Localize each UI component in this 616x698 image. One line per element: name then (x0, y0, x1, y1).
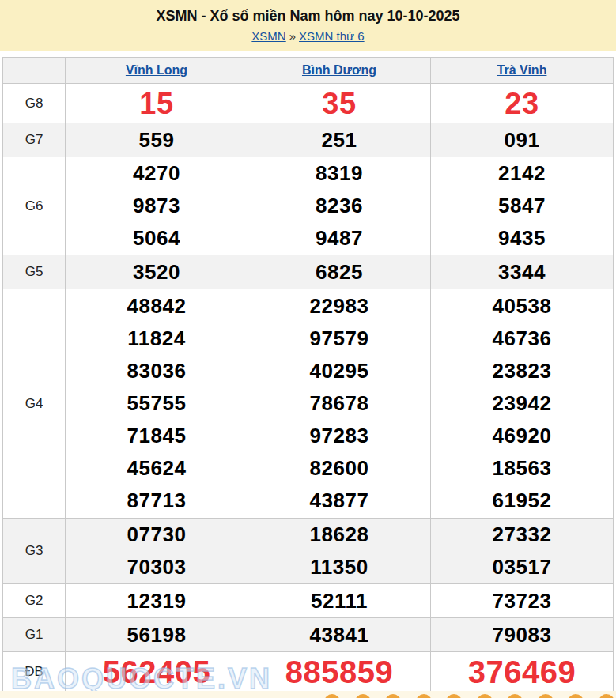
result-cell: 73723 (431, 584, 614, 618)
prize-number: 8319 (248, 157, 430, 190)
prize-number: 559 (66, 124, 248, 157)
prize-label-g2: G2 (3, 584, 66, 618)
result-cell: 559 (66, 123, 248, 157)
prize-number: 46920 (431, 420, 613, 452)
prize-number: 43841 (248, 619, 430, 651)
table-row-g3: G3 07730 70303 18628 11350 27332 03517 (3, 519, 614, 584)
prize-number: 70303 (66, 551, 248, 583)
prize-label-g7: G7 (3, 123, 66, 157)
prize-number: 23 (431, 85, 613, 123)
prize-number: 3344 (431, 256, 613, 289)
result-cell: 562405 (66, 652, 248, 692)
prize-number: 091 (431, 124, 613, 157)
table-row-g4: G4 48842 11824 83036 55755 71845 45624 8… (3, 289, 614, 519)
prize-label-g4: G4 (3, 289, 66, 519)
result-cell: 18628 11350 (248, 519, 431, 584)
lottery-ball-icon (568, 694, 584, 698)
lottery-ball-icon (324, 694, 340, 698)
prize-number: 18628 (248, 519, 430, 551)
prize-number: 9873 (66, 190, 248, 222)
table-row-db: ĐB 562405 885859 376469 (3, 652, 614, 692)
lottery-ball-icon (599, 694, 614, 698)
prize-number: 23942 (431, 387, 613, 420)
prize-number: 87713 (66, 485, 248, 517)
lottery-ball-icon (477, 694, 493, 698)
prize-number: 48842 (66, 290, 248, 323)
result-cell: 22983 97579 40295 78678 97283 82600 4387… (248, 289, 431, 519)
prize-number: 9487 (248, 222, 430, 255)
prize-number: 56198 (66, 619, 248, 651)
prize-number: 40295 (248, 355, 430, 387)
result-cell: 3520 (66, 255, 248, 289)
page-header: XSMN - Xổ số miền Nam hôm nay 10-10-2025… (0, 0, 616, 51)
prize-number: 22983 (248, 290, 430, 323)
result-cell: 48842 11824 83036 55755 71845 45624 8771… (66, 289, 248, 519)
result-cell: 2142 5847 9435 (431, 157, 614, 255)
table-row-g6: G6 4270 9873 5064 8319 8236 9487 2142 58… (3, 157, 614, 255)
prize-number: 71845 (66, 420, 248, 452)
prize-number: 83036 (66, 355, 248, 387)
prize-number: 40538 (431, 290, 613, 323)
prize-number: 2142 (431, 157, 613, 190)
province-link-tra-vinh[interactable]: Trà Vinh (497, 63, 547, 77)
prize-label-g6: G6 (3, 157, 66, 255)
page-title: XSMN - Xổ số miền Nam hôm nay 10-10-2025 (0, 7, 616, 25)
prize-number: 11350 (248, 551, 430, 583)
corner-cell (3, 58, 66, 84)
result-cell: 52111 (248, 584, 431, 618)
result-cell: 43841 (248, 618, 431, 652)
prize-number: 97283 (248, 420, 430, 452)
column-header-vinh-long: Vĩnh Long (66, 58, 248, 84)
prize-number: 8236 (248, 190, 430, 222)
table-row-g8: G8 15 35 23 (3, 84, 614, 123)
prize-number: 52111 (248, 585, 430, 617)
prize-number: 562405 (66, 653, 248, 691)
result-cell: 6825 (248, 255, 431, 289)
prize-number: 4270 (66, 157, 248, 190)
prize-label-g5: G5 (3, 255, 66, 289)
table-row-g2: G2 12319 52111 73723 (3, 584, 614, 618)
prize-number: 61952 (431, 485, 613, 517)
result-cell: 15 (66, 84, 248, 123)
lottery-ball-icon (355, 694, 371, 698)
breadcrumb-link-xsmn-thu-6[interactable]: XSMN thứ 6 (299, 29, 365, 43)
prize-number: 82600 (248, 452, 430, 485)
result-cell: 23 (431, 84, 614, 123)
prize-number: 12319 (66, 585, 248, 617)
prize-number: 07730 (66, 519, 248, 551)
prize-number: 55755 (66, 387, 248, 420)
prize-label-g1: G1 (3, 618, 66, 652)
prize-label-g3: G3 (3, 519, 66, 584)
result-cell: 3344 (431, 255, 614, 289)
prize-number: 03517 (431, 551, 613, 583)
table-header-row: Vĩnh Long Bình Dương Trà Vinh (3, 58, 614, 84)
prize-label-g8: G8 (3, 84, 66, 123)
prize-number: 23823 (431, 355, 613, 387)
prize-number: 5847 (431, 190, 613, 222)
column-header-tra-vinh: Trà Vinh (431, 58, 614, 84)
lottery-ball-icon (538, 694, 554, 698)
prize-number: 73723 (431, 585, 613, 617)
breadcrumb-separator: » (289, 29, 296, 43)
prize-number: 45624 (66, 452, 248, 485)
prize-label-db: ĐB (3, 652, 66, 692)
prize-number: 11824 (66, 323, 248, 355)
prize-number: 35 (248, 85, 430, 123)
lottery-results-table: Vĩnh Long Bình Dương Trà Vinh G8 15 35 2… (2, 57, 614, 692)
table-row-g5: G5 3520 6825 3344 (3, 255, 614, 289)
prize-number: 46736 (431, 323, 613, 355)
prize-number: 6825 (248, 256, 430, 289)
province-link-binh-duong[interactable]: Bình Dương (302, 63, 376, 77)
prize-number: 3520 (66, 256, 248, 289)
prize-number: 78678 (248, 387, 430, 420)
result-cell: 12319 (66, 584, 248, 618)
next-section-strip (0, 691, 616, 698)
result-cell: 4270 9873 5064 (66, 157, 248, 255)
result-cell: 376469 (431, 652, 614, 692)
result-cell: 35 (248, 84, 431, 123)
table-row-g1: G1 56198 43841 79083 (3, 618, 614, 652)
breadcrumb-link-xsmn[interactable]: XSMN (251, 29, 285, 43)
province-link-vinh-long[interactable]: Vĩnh Long (126, 63, 187, 77)
result-cell: 07730 70303 (66, 519, 248, 584)
prize-number: 5064 (66, 222, 248, 255)
